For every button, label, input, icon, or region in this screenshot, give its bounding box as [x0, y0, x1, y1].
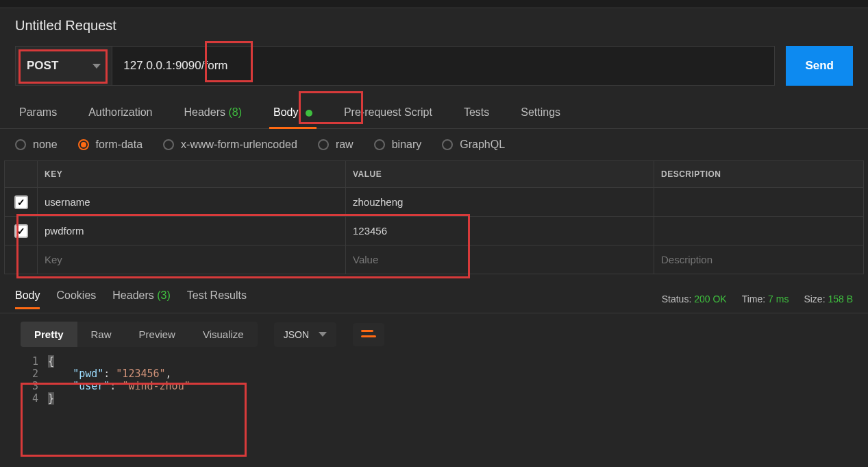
body-active-indicator-icon: [306, 110, 312, 117]
view-visualize[interactable]: Visualize: [189, 322, 258, 347]
radio-icon: [163, 139, 174, 150]
response-tabs: Body Cookies Headers (3) Test Results: [15, 289, 247, 309]
body-type-radios: none form-data x-www-form-urlencoded raw…: [0, 129, 868, 160]
size-label: Size:: [804, 294, 825, 304]
tab-strip: [0, 0, 868, 8]
size-value: 158 B: [828, 294, 853, 304]
radio-graphql[interactable]: GraphQL: [442, 139, 505, 151]
table-row: pwdform 123456: [5, 217, 864, 246]
code-token: "wind-zhou": [122, 380, 190, 392]
method-url-container: POST: [15, 46, 775, 86]
wrap-lines-button[interactable]: [353, 323, 384, 346]
radio-icon: [78, 139, 89, 150]
line-number: 2: [21, 368, 48, 380]
desc-placeholder[interactable]: Description: [654, 246, 864, 274]
table-header-checkbox: [5, 161, 38, 188]
view-preview[interactable]: Preview: [125, 322, 189, 347]
radio-raw-label: raw: [336, 139, 354, 151]
line-number: 3: [21, 380, 48, 392]
tab-authorization[interactable]: Authorization: [84, 99, 156, 128]
code-token: "pwd": [73, 368, 103, 380]
view-pretty[interactable]: Pretty: [21, 322, 77, 347]
tab-body[interactable]: Body: [269, 99, 317, 128]
value-cell[interactable]: 123456: [346, 217, 654, 246]
send-button[interactable]: Send: [786, 46, 853, 86]
view-raw[interactable]: Raw: [77, 322, 125, 347]
radio-none-label: none: [33, 139, 58, 151]
http-method-label: POST: [27, 59, 58, 73]
radio-urlencoded-label: x-www-form-urlencoded: [181, 139, 297, 151]
time-value: 7 ms: [768, 294, 789, 304]
table-header-value: VALUE: [346, 161, 654, 188]
tab-prerequest[interactable]: Pre-request Script: [340, 99, 436, 128]
view-mode-tabs: Pretty Raw Preview Visualize: [21, 322, 258, 347]
radio-form-data[interactable]: form-data: [78, 139, 142, 151]
desc-cell[interactable]: [654, 217, 864, 246]
resp-tab-body[interactable]: Body: [15, 289, 40, 309]
key-placeholder[interactable]: Key: [38, 246, 346, 274]
row-checkbox[interactable]: [14, 224, 28, 238]
response-code[interactable]: 1{ 2 "pwd": "123456", 3 "user": "wind-zh…: [21, 355, 847, 405]
code-token: "user": [73, 380, 110, 392]
radio-icon: [374, 139, 385, 150]
time-label: Time:: [742, 294, 765, 304]
code-token: }: [48, 392, 54, 405]
radio-binary-label: binary: [392, 139, 422, 151]
tab-tests[interactable]: Tests: [460, 99, 493, 128]
response-meta: Status: 200 OK Time: 7 ms Size: 158 B: [662, 294, 853, 304]
request-title: Untitled Request: [15, 18, 116, 34]
resp-tab-headers-label: Headers: [112, 289, 153, 301]
resp-tab-headers-count: (3): [157, 289, 171, 301]
tab-body-label: Body: [273, 106, 298, 118]
status-label: Status:: [662, 294, 692, 304]
radio-icon: [15, 139, 26, 150]
radio-binary[interactable]: binary: [374, 139, 422, 151]
desc-cell[interactable]: [654, 188, 864, 217]
radio-formdata-label: form-data: [96, 139, 142, 151]
wrap-icon: [361, 328, 376, 341]
key-cell[interactable]: username: [38, 188, 346, 217]
resp-tab-test-results[interactable]: Test Results: [187, 289, 247, 309]
form-data-table: KEY VALUE DESCRIPTION username zhouzheng…: [4, 160, 864, 274]
language-select[interactable]: JSON: [274, 322, 336, 347]
code-token: {: [48, 355, 54, 368]
line-number: 4: [21, 392, 48, 405]
row-checkbox[interactable]: [14, 195, 28, 209]
tab-headers-label: Headers: [184, 106, 225, 118]
tab-headers-count: (8): [228, 106, 242, 118]
resp-tab-cookies[interactable]: Cookies: [56, 289, 96, 309]
chevron-down-icon: [92, 64, 101, 69]
tab-settings[interactable]: Settings: [517, 99, 565, 128]
value-cell[interactable]: zhouzheng: [346, 188, 654, 217]
language-label: JSON: [284, 329, 309, 340]
table-header-description: DESCRIPTION: [654, 161, 864, 188]
tab-headers[interactable]: Headers (8): [180, 99, 247, 128]
status-value: 200 OK: [694, 294, 726, 304]
tab-params[interactable]: Params: [15, 99, 61, 128]
chevron-down-icon: [319, 332, 327, 337]
url-input[interactable]: [123, 59, 763, 73]
key-cell[interactable]: pwdform: [38, 217, 346, 246]
table-header-key: KEY: [38, 161, 346, 188]
value-placeholder[interactable]: Value: [346, 246, 654, 274]
code-token: "123456": [116, 368, 165, 380]
radio-icon: [442, 139, 453, 150]
radio-raw[interactable]: raw: [318, 139, 354, 151]
radio-none[interactable]: none: [15, 139, 58, 151]
radio-icon: [318, 139, 329, 150]
request-tabs: Params Authorization Headers (8) Body Pr…: [0, 94, 868, 129]
radio-graphql-label: GraphQL: [460, 139, 505, 151]
http-method-select[interactable]: POST: [16, 47, 112, 85]
table-row-new: Key Value Description: [5, 246, 864, 274]
table-row: username zhouzheng: [5, 188, 864, 217]
radio-urlencoded[interactable]: x-www-form-urlencoded: [163, 139, 297, 151]
resp-tab-headers[interactable]: Headers (3): [112, 289, 171, 309]
line-number: 1: [21, 355, 48, 368]
